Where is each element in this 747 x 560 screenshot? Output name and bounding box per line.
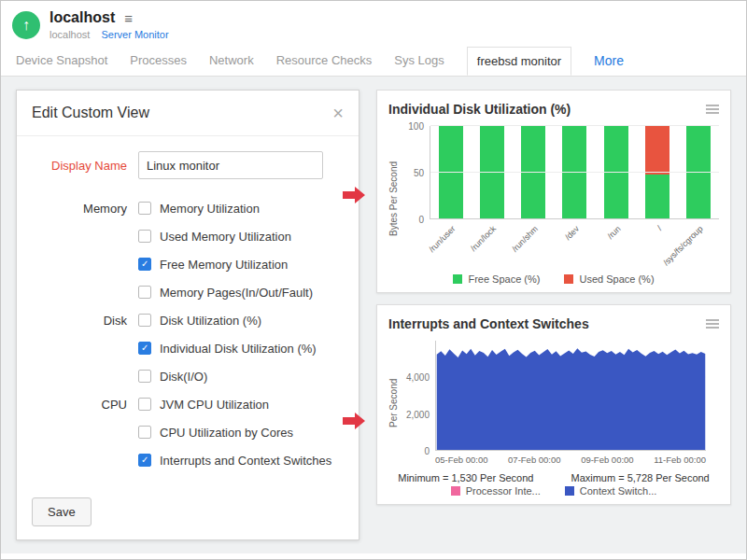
area-chart: Per Second 02,0004,000 05-Feb 00:0007-Fe… bbox=[388, 341, 719, 465]
disk-chart-title: Individual Disk Utilization (%) bbox=[388, 102, 571, 117]
maximum-text: Maximum = 5,728 Per Second bbox=[571, 472, 709, 483]
checkbox-row: Free Memory Utilization bbox=[17, 250, 359, 278]
hamburger-menu-icon[interactable]: ≡ bbox=[124, 10, 133, 26]
x-tick-label: 09-Feb 00:00 bbox=[581, 455, 634, 465]
checkbox-row: Individual Disk Utilization (%) bbox=[17, 334, 359, 362]
summary-row: Minimum = 1,530 Per Second Maximum = 5,7… bbox=[388, 472, 719, 483]
y-tick-label: 100 bbox=[408, 121, 424, 132]
metric-label: Disk Utilization (%) bbox=[160, 314, 261, 328]
metric-label: CPU Utilization by Cores bbox=[160, 426, 293, 440]
modal-body: Display Name MemoryMemory UtilizationUse… bbox=[17, 136, 359, 486]
server-monitor-link[interactable]: Server Monitor bbox=[101, 29, 168, 40]
checkbox-row: MemoryMemory Utilization bbox=[17, 194, 359, 222]
content-area: Edit Custom View × Display Name MemoryMe… bbox=[1, 77, 746, 553]
y-tick-label: 2,000 bbox=[406, 410, 430, 420]
bar-plot-wrap: /run/user/run/lock/run/shm/dev/run//sys/… bbox=[430, 126, 719, 272]
host-title: localhost bbox=[49, 9, 115, 26]
metric-checkbox[interactable] bbox=[138, 426, 151, 439]
modal-header: Edit Custom View × bbox=[17, 91, 359, 136]
checkbox-row: Memory Pages(In/Out/Fault) bbox=[17, 278, 359, 306]
bar-plot bbox=[430, 126, 719, 219]
up-arrow-icon: ↑ bbox=[22, 17, 30, 34]
chart-menu-icon[interactable] bbox=[706, 102, 719, 114]
red-arrow-icon bbox=[343, 187, 365, 203]
metric-checkbox[interactable] bbox=[138, 230, 151, 243]
metric-checkbox-list: MemoryMemory UtilizationUsed Memory Util… bbox=[17, 194, 359, 474]
nav-tabs: Device SnapshotProcessesNetworkResource … bbox=[1, 45, 746, 77]
legend-item: Used Space (%) bbox=[564, 273, 654, 285]
metric-checkbox[interactable] bbox=[138, 202, 151, 215]
metric-checkbox[interactable] bbox=[138, 370, 151, 383]
bar-x-label: /run/lock bbox=[469, 224, 498, 253]
host-subtitle: localhost bbox=[49, 29, 90, 40]
bar-x-label: /run/shm bbox=[510, 224, 540, 254]
area-xlabels: 05-Feb 00:0007-Feb 00:0009-Feb 00:0011-F… bbox=[435, 455, 706, 465]
red-arrow-icon bbox=[343, 413, 365, 429]
metric-checkbox[interactable] bbox=[138, 258, 151, 271]
area-yticks: 02,0004,000 bbox=[402, 341, 435, 451]
group-label: Memory bbox=[17, 202, 138, 216]
card-header: Individual Disk Utilization (%) bbox=[388, 102, 719, 117]
host-status-icon: ↑ bbox=[12, 11, 40, 39]
bar-x-label: /run bbox=[605, 224, 622, 241]
bar-legend: Free Space (%)Used Space (%) bbox=[388, 273, 719, 285]
display-name-row: Display Name bbox=[17, 151, 359, 179]
bar-xlabels: /run/user/run/lock/run/shm/dev/run//sys/… bbox=[430, 219, 719, 272]
app-header: ↑ localhost ≡ localhost Server Monitor bbox=[1, 1, 746, 45]
legend-swatch bbox=[453, 274, 462, 284]
minimum-text: Minimum = 1,530 Per Second bbox=[398, 472, 533, 483]
y-tick-label: 50 bbox=[414, 168, 424, 178]
legend-item: Processor Inte... bbox=[451, 485, 541, 497]
y-tick-label: 0 bbox=[418, 215, 424, 225]
tab-sys-logs[interactable]: Sys Logs bbox=[394, 53, 444, 67]
x-tick-label: 07-Feb 00:00 bbox=[508, 455, 561, 465]
legend-label: Free Space (%) bbox=[468, 273, 540, 285]
metric-label: Memory Utilization bbox=[160, 202, 260, 216]
disk-utilization-card: Individual Disk Utilization (%) Bytes Pe… bbox=[376, 90, 731, 293]
card-header: Interrupts and Context Switches bbox=[388, 316, 719, 331]
y-tick-label: 4,000 bbox=[406, 372, 430, 383]
bar-x-label: /run/user bbox=[427, 224, 457, 254]
tab-network[interactable]: Network bbox=[209, 53, 254, 67]
charts-column: Individual Disk Utilization (%) Bytes Pe… bbox=[376, 90, 731, 540]
bar-y-axis-label: Bytes Per Second bbox=[388, 126, 402, 272]
metric-label: JVM CPU Utilization bbox=[160, 398, 269, 412]
save-button[interactable]: Save bbox=[32, 497, 92, 526]
metric-checkbox[interactable] bbox=[138, 314, 151, 327]
display-name-input[interactable] bbox=[138, 151, 323, 179]
tab-device-snapshot[interactable]: Device Snapshot bbox=[16, 53, 107, 67]
legend-label: Processor Inte... bbox=[466, 485, 541, 497]
bar-chart: Bytes Per Second 050100 /run/user/run/lo… bbox=[388, 126, 719, 272]
checkbox-row: DiskDisk Utilization (%) bbox=[17, 306, 359, 334]
metric-checkbox[interactable] bbox=[138, 398, 151, 411]
bar-x-label: /dev bbox=[563, 224, 581, 242]
checkbox-row: CPUJVM CPU Utilization bbox=[17, 390, 359, 418]
legend-item: Context Switch... bbox=[565, 485, 657, 497]
edit-custom-view-modal: Edit Custom View × Display Name MemoryMe… bbox=[16, 90, 359, 540]
metric-checkbox[interactable] bbox=[138, 286, 151, 299]
tab-resource-checks[interactable]: Resource Checks bbox=[276, 53, 373, 67]
x-tick-label: 11-Feb 00:00 bbox=[654, 455, 706, 465]
legend-swatch bbox=[564, 274, 573, 284]
tab-freebsd-monitor[interactable]: freebsd monitor bbox=[467, 47, 571, 76]
legend-label: Context Switch... bbox=[580, 485, 657, 497]
checkbox-row: Used Memory Utilization bbox=[17, 222, 359, 250]
metric-checkbox[interactable] bbox=[138, 342, 151, 355]
group-label: CPU bbox=[17, 398, 138, 412]
tab-more[interactable]: More bbox=[594, 53, 624, 68]
area-y-axis-label: Per Second bbox=[388, 341, 402, 465]
close-icon[interactable]: × bbox=[332, 104, 344, 122]
interrupts-chart-title: Interrupts and Context Switches bbox=[388, 316, 589, 331]
x-tick-label: 05-Feb 00:00 bbox=[435, 455, 488, 465]
group-label: Disk bbox=[17, 314, 138, 328]
checkbox-row: CPU Utilization by Cores bbox=[17, 418, 359, 446]
metric-checkbox[interactable] bbox=[138, 454, 151, 467]
tab-processes[interactable]: Processes bbox=[130, 53, 187, 67]
y-tick-label: 0 bbox=[424, 446, 430, 456]
legend-swatch bbox=[565, 486, 574, 496]
area-main: 05-Feb 00:0007-Feb 00:0009-Feb 00:0011-F… bbox=[435, 341, 706, 465]
metric-label: Individual Disk Utilization (%) bbox=[160, 342, 317, 356]
chart-menu-icon[interactable] bbox=[706, 316, 719, 329]
metric-label: Disk(I/O) bbox=[160, 370, 207, 384]
modal-title: Edit Custom View bbox=[32, 105, 149, 121]
